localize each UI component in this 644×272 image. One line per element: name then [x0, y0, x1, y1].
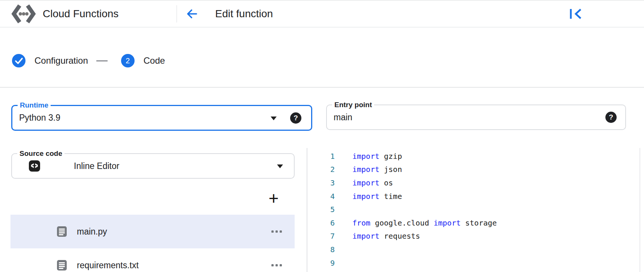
entry-point-value: main [334, 105, 352, 129]
line-number: 5 [307, 205, 335, 214]
back-arrow-icon[interactable] [185, 7, 199, 21]
file-list: main.pyrequirements.txt [10, 215, 295, 272]
more-options-icon[interactable] [269, 224, 284, 239]
check-icon [12, 54, 25, 67]
code-line-6: 6from google.cloud import storage [307, 216, 640, 230]
code-line-8: 8 [307, 243, 640, 256]
line-number: 3 [307, 178, 335, 187]
entry-point-field[interactable]: Entry point main ? [326, 105, 626, 130]
file-document-icon [57, 226, 67, 237]
line-number: 1 [307, 152, 335, 161]
file-name: requirements.txt [77, 260, 139, 271]
more-options-icon[interactable] [269, 258, 284, 272]
code-text: import requests [335, 232, 420, 241]
cloud-functions-logo-icon [10, 4, 37, 24]
file-name: main.py [77, 227, 107, 237]
code-text: import os [335, 178, 393, 187]
entry-point-help-icon[interactable]: ? [605, 112, 617, 123]
source-code-label: Source code [17, 149, 64, 158]
code-line-9: 9 [307, 256, 640, 270]
line-number: 9 [307, 259, 335, 268]
code-text: import gzip [335, 152, 402, 161]
code-text: from google.cloud import storage [335, 218, 497, 227]
runtime-value: Python 3.9 [19, 106, 60, 130]
editor-right-border [640, 148, 640, 272]
code-line-1: 1import gzip [307, 149, 640, 163]
code-line-4: 4import time [307, 190, 640, 203]
runtime-help-icon[interactable]: ? [290, 112, 301, 124]
wizard-stepper: Configuration 2 Code [12, 54, 165, 67]
code-line-3: 3import os [307, 176, 640, 190]
code-line-2: 2import json [307, 163, 640, 176]
code-editor[interactable]: 1import gzip2import json3import os4impor… [307, 149, 640, 272]
file-row-requirements.txt[interactable]: requirements.txt [10, 248, 295, 272]
header-divider [177, 5, 177, 22]
file-document-icon [57, 260, 67, 271]
line-number: 8 [307, 245, 335, 254]
line-number: 2 [307, 165, 335, 174]
step2-number: 2 [126, 57, 130, 65]
line-number: 4 [307, 192, 335, 201]
line-number: 6 [307, 218, 335, 227]
collapse-panel-icon[interactable] [569, 8, 582, 19]
file-row-main.py[interactable]: main.py [10, 215, 295, 248]
code-text: import time [335, 192, 402, 201]
app-header: Cloud Functions Edit function [0, 1, 644, 27]
page-title: Edit function [215, 1, 273, 27]
step2-label[interactable]: Code [144, 55, 165, 66]
code-line-7: 7import requests [307, 230, 640, 243]
code-text: import json [335, 165, 402, 174]
add-file-button[interactable]: + [265, 189, 283, 207]
runtime-select[interactable]: Runtime Python 3.9 ? [11, 105, 312, 131]
product-title: Cloud Functions [43, 1, 118, 27]
chevron-down-icon [277, 164, 283, 168]
code-line-5: 5 [307, 203, 640, 216]
edit-function-page: Cloud Functions Edit function Configurat… [0, 0, 644, 272]
source-code-value: Inline Editor [74, 154, 119, 178]
step2-circle[interactable]: 2 [121, 54, 135, 67]
source-code-select[interactable]: Source code Inline Editor [11, 153, 295, 179]
step1-circle[interactable] [12, 54, 25, 67]
code-brackets-icon [29, 160, 40, 172]
section-divider [0, 87, 644, 88]
line-number: 7 [307, 232, 335, 241]
stepper-connector [96, 60, 108, 61]
chevron-down-icon [271, 117, 277, 120]
step1-label[interactable]: Configuration [34, 55, 88, 66]
